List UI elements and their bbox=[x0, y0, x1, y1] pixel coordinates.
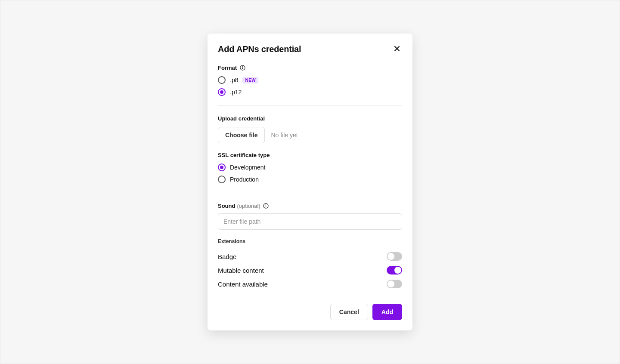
cancel-button[interactable]: Cancel bbox=[330, 304, 368, 320]
divider bbox=[218, 193, 402, 193]
sound-optional: (optional) bbox=[237, 203, 260, 209]
format-radio-p8[interactable]: .p8 NEW bbox=[218, 76, 402, 84]
svg-point-7 bbox=[266, 204, 266, 205]
info-icon[interactable] bbox=[239, 65, 245, 71]
modal-footer: Cancel Add bbox=[218, 304, 402, 320]
format-p12-label: .p12 bbox=[230, 89, 242, 96]
extension-row-content: Content available bbox=[218, 277, 402, 291]
close-button[interactable] bbox=[392, 44, 402, 54]
extensions-label: Extensions bbox=[218, 238, 402, 244]
format-section: Format .p8 NEW .p12 bbox=[218, 65, 402, 96]
new-badge: NEW bbox=[242, 77, 258, 83]
file-row: Choose file No file yet bbox=[218, 127, 402, 143]
radio-icon bbox=[218, 163, 226, 171]
extension-mutable-label: Mutable content bbox=[218, 267, 264, 274]
extensions-section: Extensions Badge Mutable content Content… bbox=[218, 238, 402, 291]
svg-point-4 bbox=[242, 66, 242, 67]
toggle-badge[interactable] bbox=[387, 252, 402, 261]
add-button[interactable]: Add bbox=[372, 304, 402, 320]
ssl-production-label: Production bbox=[230, 176, 259, 183]
extension-row-badge: Badge bbox=[218, 250, 402, 263]
sound-section: Sound (optional) bbox=[218, 203, 402, 230]
radio-icon bbox=[218, 76, 226, 84]
file-status: No file yet bbox=[271, 132, 298, 139]
info-icon[interactable] bbox=[263, 203, 269, 209]
format-p8-label: .p8 bbox=[230, 77, 238, 83]
radio-icon bbox=[218, 88, 226, 96]
radio-icon bbox=[218, 176, 226, 183]
add-apns-credential-modal: Add APNs credential Format bbox=[208, 34, 412, 330]
ssl-radio-production[interactable]: Production bbox=[218, 176, 402, 183]
extension-content-label: Content available bbox=[218, 281, 268, 288]
close-icon bbox=[394, 45, 400, 53]
ssl-section: SSL certificate type Development Product… bbox=[218, 152, 402, 183]
format-radio-p12[interactable]: .p12 bbox=[218, 88, 402, 96]
upload-section: Upload credential Choose file No file ye… bbox=[218, 115, 402, 143]
ssl-label: SSL certificate type bbox=[218, 152, 402, 158]
toggle-mutable-content[interactable] bbox=[387, 266, 402, 275]
sound-label-row: Sound (optional) bbox=[218, 203, 402, 209]
divider bbox=[218, 105, 402, 106]
format-radio-group: .p8 NEW .p12 bbox=[218, 76, 402, 96]
ssl-radio-development[interactable]: Development bbox=[218, 163, 402, 171]
sound-label: Sound bbox=[218, 203, 235, 209]
extension-badge-label: Badge bbox=[218, 253, 236, 260]
format-label: Format bbox=[218, 65, 237, 71]
toggle-content-available[interactable] bbox=[387, 280, 402, 288]
upload-label: Upload credential bbox=[218, 115, 402, 122]
modal-header: Add APNs credential bbox=[218, 44, 402, 54]
modal-title: Add APNs credential bbox=[218, 44, 301, 54]
ssl-radio-group: Development Production bbox=[218, 163, 402, 183]
choose-file-button[interactable]: Choose file bbox=[218, 127, 265, 143]
sound-input[interactable] bbox=[218, 213, 402, 230]
extension-row-mutable: Mutable content bbox=[218, 263, 402, 277]
format-label-row: Format bbox=[218, 65, 402, 71]
ssl-development-label: Development bbox=[230, 164, 266, 171]
